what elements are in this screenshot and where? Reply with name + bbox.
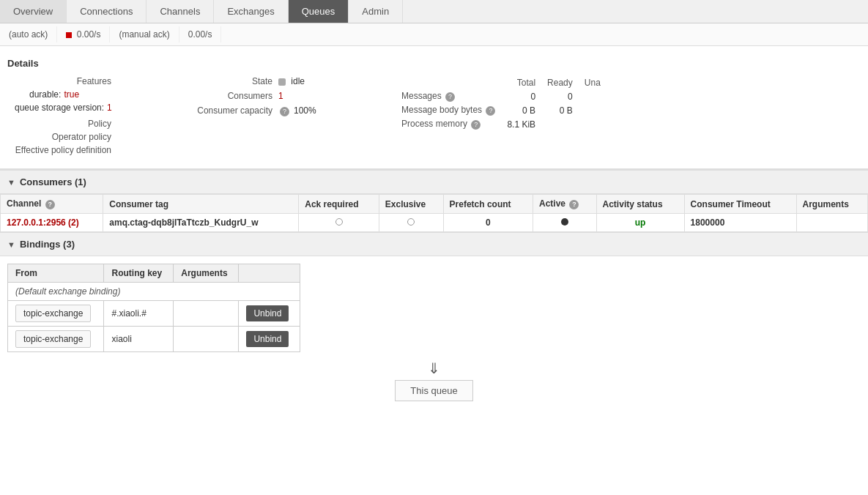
effective-policy-key: Effective policy definition	[7, 145, 117, 155]
bindings-table: From Routing key Arguments (Default exch…	[7, 264, 300, 352]
messages-help-icon[interactable]: ?	[445, 92, 455, 102]
operator-policy-key: Operator policy	[7, 132, 117, 142]
col-ready-header: Ready	[541, 76, 579, 89]
consumer-row: 127.0.0.1:2956 (2) amq.ctag-dqb8jlTaTtcz…	[1, 214, 868, 232]
features-row: Features	[7, 76, 176, 86]
proc-mem-ready	[541, 117, 579, 131]
queue-storage-label: queue storage version:	[15, 103, 104, 113]
details-left-col: Features durable: true queue storage ver…	[7, 76, 176, 158]
th-consumer-tag: Consumer tag	[103, 195, 299, 214]
th-from: From	[8, 264, 104, 283]
features-key: Features	[7, 76, 117, 86]
proc-mem-unack	[579, 117, 607, 131]
consumers-section-header[interactable]: ▼ Consumers (1)	[0, 171, 868, 194]
msg-body-ready: 0 B	[541, 103, 579, 117]
th-ack-required: Ack required	[299, 195, 379, 214]
consumers-table-container: Channel ? Consumer tag Ack required Excl…	[0, 194, 868, 232]
bindings-section-header[interactable]: ▼ Bindings (3)	[0, 233, 868, 256]
bindings-inner: From Routing key Arguments (Default exch…	[0, 256, 868, 416]
td-arguments	[796, 214, 867, 232]
consumers-header-row: Channel ? Consumer tag Ack required Excl…	[1, 195, 868, 214]
queue-storage-val: 1	[107, 103, 112, 113]
active-circle-filled	[561, 218, 568, 226]
details-middle-col: State idle Consumers 1 Consumer capacity…	[176, 76, 381, 158]
state-row: State idle	[190, 76, 381, 86]
th-channel: Channel ?	[1, 195, 103, 214]
arrow-down-icon: ⇓	[15, 360, 853, 377]
consumers-row: Consumers 1	[190, 91, 381, 101]
details-label: Details	[0, 53, 868, 73]
bindings-header-row: From Routing key Arguments	[8, 264, 300, 283]
td-ack-required	[299, 214, 379, 232]
queue-storage-row: queue storage version: 1	[15, 103, 176, 113]
proc-mem-label: Process memory ?	[396, 117, 501, 131]
default-binding-label: (Default exchange binding)	[15, 283, 120, 299]
active-help-icon[interactable]: ?	[569, 200, 579, 209]
proc-mem-help-icon[interactable]: ?	[471, 120, 481, 130]
messages-total: 0	[501, 89, 541, 103]
consumer-capacity-key: Consumer capacity	[190, 105, 278, 116]
td-consumer-tag: amq.ctag-dqb8jlTaTtczb_KudgrU_w	[103, 214, 299, 232]
nav-overview[interactable]: Overview	[0, 0, 67, 23]
col-unack-header: Una	[579, 76, 607, 89]
consumers-section: ▼ Consumers (1) Channel ? Consumer tag A…	[0, 170, 868, 232]
auto-ack-label: (auto ack)	[0, 26, 57, 42]
msg-body-total: 0 B	[501, 103, 541, 117]
red-square-icon	[66, 32, 72, 38]
bindings-section-title: Bindings (3)	[20, 239, 75, 250]
default-binding-row: (Default exchange binding)	[8, 283, 300, 301]
unbind-btn-2[interactable]: Unbind	[246, 331, 289, 347]
td-active	[533, 214, 597, 232]
messages-ready: 0	[541, 89, 579, 103]
channel-help-icon[interactable]: ?	[45, 200, 55, 209]
bindings-section: ▼ Bindings (3) From Routing key Argument…	[0, 232, 868, 416]
th-exclusive: Exclusive	[379, 195, 443, 214]
consumer-capacity-row: Consumer capacity ? 100%	[190, 105, 381, 116]
th-arguments: Arguments	[796, 195, 867, 214]
nav-exchanges[interactable]: Exchanges	[214, 0, 288, 23]
durable-val: true	[64, 89, 79, 100]
nav-admin[interactable]: Admin	[349, 0, 403, 23]
consumers-table: Channel ? Consumer tag Ack required Excl…	[0, 194, 868, 232]
state-key: State	[190, 76, 278, 86]
bindings-collapse-arrow: ▼	[7, 240, 15, 249]
td-consumer-timeout: 1800000	[684, 214, 796, 232]
binding-arguments-1	[174, 301, 239, 327]
td-activity-status: up	[596, 214, 684, 232]
binding-row-2: topic-exchange xiaoli Unbind	[8, 327, 300, 352]
unbind-btn-1[interactable]: Unbind	[246, 305, 289, 321]
channel-link[interactable]: 127.0.0.1:2956 (2)	[7, 217, 79, 228]
top-partial-row: (auto ack) 0.00/s (manual ack) 0.00/s	[0, 23, 868, 46]
consumer-capacity-val: 100%	[294, 105, 316, 116]
th-actions	[239, 264, 300, 283]
state-val: idle	[278, 76, 305, 86]
messages-unack	[579, 89, 607, 103]
consumer-capacity-help-icon[interactable]: ?	[280, 107, 289, 116]
ack-required-circle-open	[335, 218, 343, 226]
this-queue-section: ⇓ This queue	[7, 352, 861, 409]
binding-arguments-2	[174, 327, 239, 352]
details-section: Details Features durable: true queue sto…	[0, 46, 868, 170]
msg-body-row: Message body bytes ? 0 B 0 B	[396, 103, 607, 117]
nav-channels[interactable]: Channels	[146, 0, 214, 23]
messages-row: Messages ? 0 0	[396, 89, 607, 103]
details-grid: Features durable: true queue storage ver…	[0, 73, 868, 161]
th-consumer-timeout: Consumer Timeout	[684, 195, 796, 214]
consumers-section-title: Consumers (1)	[20, 176, 86, 187]
msg-body-help-icon[interactable]: ?	[486, 106, 495, 116]
topic-exchange-btn-1[interactable]: topic-exchange	[15, 305, 91, 322]
durable-label: durable:	[29, 89, 61, 100]
consumers-val: 1	[278, 91, 283, 101]
th-prefetch-count: Prefetch count	[443, 195, 533, 214]
th-activity-status: Activity status	[596, 195, 684, 214]
binding-from-2: topic-exchange	[8, 327, 104, 352]
exclusive-circle-open	[407, 218, 415, 226]
policy-row: Policy	[7, 119, 176, 129]
nav-queues[interactable]: Queues	[289, 0, 349, 23]
rate-value-1: 0.00/s	[57, 26, 110, 42]
topic-exchange-btn-2[interactable]: topic-exchange	[15, 330, 91, 348]
nav-connections[interactable]: Connections	[67, 0, 146, 23]
rate-value-2: 0.00/s	[179, 26, 222, 42]
policy-key: Policy	[7, 119, 117, 129]
binding-action-1: Unbind	[239, 301, 300, 327]
